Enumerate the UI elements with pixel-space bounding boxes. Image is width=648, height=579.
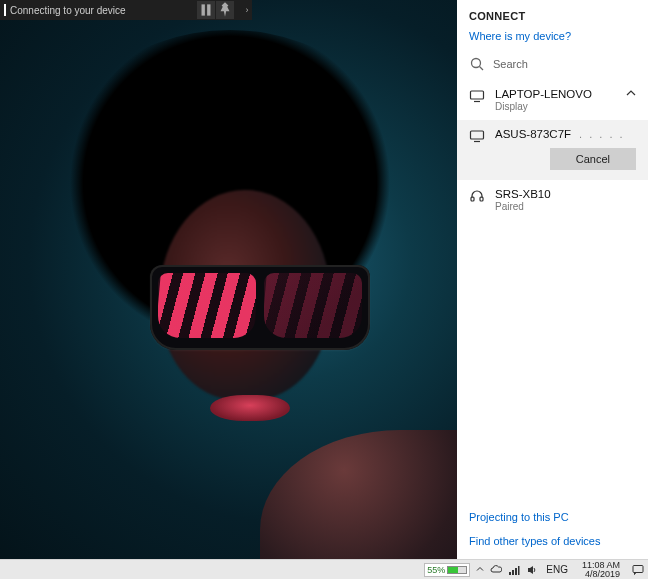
search-row[interactable]: Search [457, 50, 648, 80]
search-label: Search [493, 58, 528, 70]
svg-rect-13 [518, 566, 520, 575]
svg-line-3 [480, 67, 484, 71]
display-icon [469, 88, 485, 104]
panel-title: CONNECT [457, 0, 648, 28]
battery-pct: 55% [427, 565, 445, 575]
svg-point-2 [472, 59, 481, 68]
taskbar: 55% ENG 11:08 AM 4/8/2019 [0, 559, 648, 579]
wallpaper-sunglasses [150, 265, 370, 350]
clock[interactable]: 11:08 AM 4/8/2019 [576, 561, 626, 579]
svg-rect-0 [202, 4, 205, 15]
cancel-button[interactable]: Cancel [550, 148, 636, 170]
device-name: LAPTOP-LENOVO [495, 88, 616, 100]
pause-button[interactable] [197, 1, 215, 19]
svg-rect-11 [512, 570, 514, 575]
battery-indicator[interactable]: 55% [424, 563, 470, 577]
system-tray: ENG 11:08 AM 4/8/2019 [472, 561, 648, 579]
device-srs-xb10[interactable]: SRS-XB10 Paired [457, 180, 648, 220]
date-label: 4/8/2019 [585, 570, 620, 579]
device-sub: Paired [495, 201, 636, 212]
pin-button[interactable] [216, 1, 234, 19]
connecting-title: Connecting to your device [10, 5, 196, 16]
display-icon [469, 128, 485, 144]
language-indicator[interactable]: ENG [544, 564, 570, 575]
svg-rect-6 [471, 131, 484, 139]
svg-rect-1 [207, 4, 210, 15]
device-laptop-lenovo[interactable]: LAPTOP-LENOVO Display [457, 80, 648, 120]
other-devices-link[interactable]: Find other types of devices [457, 529, 648, 559]
device-sub: Display [495, 101, 616, 112]
pause-icon [197, 1, 215, 19]
wallpaper-lips [210, 395, 290, 421]
projecting-link[interactable]: Projecting to this PC [457, 505, 648, 529]
connecting-dots: . . . . . [579, 128, 625, 140]
svg-rect-10 [509, 572, 511, 575]
overflow-caret[interactable]: › [242, 5, 252, 15]
svg-rect-4 [471, 91, 484, 99]
network-icon[interactable] [508, 564, 520, 576]
device-asus[interactable]: ASUS-873C7F . . . . . Cancel [457, 120, 648, 180]
where-is-device-link[interactable]: Where is my device? [457, 28, 648, 50]
tray-overflow-icon[interactable] [476, 565, 484, 575]
chevron-up-icon[interactable] [626, 88, 636, 100]
bar-marker [4, 4, 6, 16]
connecting-top-bar: Connecting to your device › [0, 0, 252, 20]
battery-icon [447, 566, 467, 574]
search-icon [469, 56, 485, 72]
onedrive-icon[interactable] [490, 564, 502, 576]
connect-panel: CONNECT Where is my device? Search LAPTO… [457, 0, 648, 559]
svg-rect-12 [515, 568, 517, 575]
action-center-icon[interactable] [632, 564, 644, 576]
device-name: ASUS-873C7F [495, 128, 571, 140]
volume-icon[interactable] [526, 564, 538, 576]
pin-icon [216, 1, 234, 19]
device-name: SRS-XB10 [495, 188, 636, 200]
svg-rect-14 [633, 565, 643, 572]
headphones-icon [469, 188, 485, 204]
